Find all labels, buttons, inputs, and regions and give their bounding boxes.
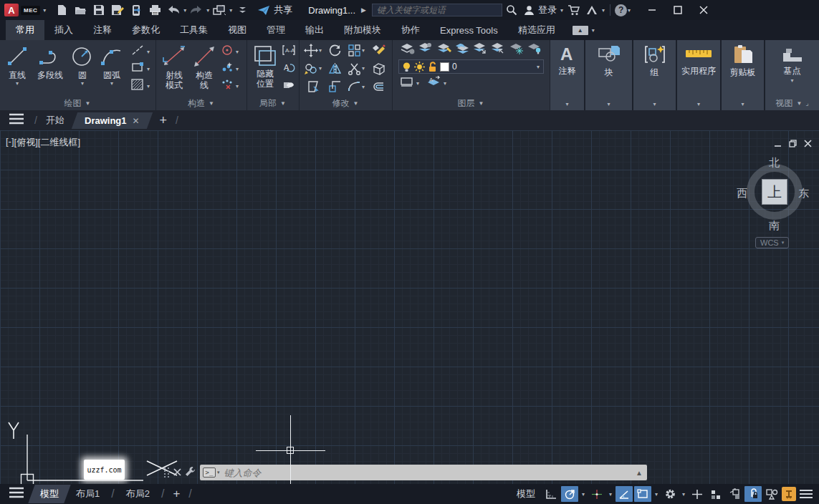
close-button[interactable] <box>693 2 714 18</box>
named-view-button[interactable]: A-A <box>282 44 296 59</box>
viewcube-south[interactable]: 南 <box>769 219 780 233</box>
layer-match-button[interactable] <box>436 42 452 57</box>
panel-title-partial[interactable]: 局部▼ <box>247 96 299 110</box>
app-menu-caret-icon[interactable]: ▾ <box>43 7 46 14</box>
workspace-settings-button[interactable] <box>661 486 679 502</box>
title-expand-icon[interactable]: ▶ <box>361 6 366 14</box>
save-button[interactable] <box>91 3 107 17</box>
doc-close-icon[interactable] <box>804 137 812 150</box>
undo-button[interactable] <box>166 3 181 17</box>
new-layout-button[interactable]: + <box>173 487 180 501</box>
layer-unisolate-button[interactable] <box>490 42 506 57</box>
array-caret-icon[interactable]: ▾ <box>362 47 365 54</box>
model-space-toggle[interactable]: 模型 <box>517 488 535 500</box>
ribbon-tab-collaborate[interactable]: 协作 <box>391 20 430 40</box>
trim-caret-icon[interactable]: ▾ <box>362 65 365 72</box>
object-snap-tracking-toggle[interactable] <box>588 486 605 502</box>
layer-off-button[interactable] <box>527 42 542 57</box>
command-input-bar[interactable]: >_ ▾ ▲ <box>200 465 647 480</box>
panel-title-draw[interactable]: 绘图▼ <box>0 96 155 110</box>
annotate-expand-icon[interactable]: ▾ <box>565 101 568 107</box>
command-input[interactable] <box>224 467 632 478</box>
ribbon-tab-manage[interactable]: 管理 <box>257 20 295 40</box>
ribbon-tab-annotate[interactable]: 注释 <box>83 20 122 40</box>
graphics-performance-button[interactable] <box>782 487 796 501</box>
layer-isolate-button[interactable] <box>472 42 488 57</box>
viewcube-west[interactable]: 西 <box>737 187 747 200</box>
layer-previous-button[interactable] <box>454 42 470 57</box>
construction-line-small-button[interactable] <box>130 44 145 59</box>
trim-button[interactable]: ▾ <box>348 62 365 75</box>
ribbon-tab-express[interactable]: Express Tools <box>430 20 508 40</box>
app-store-cart-icon[interactable] <box>565 3 581 17</box>
open-from-mobile-button[interactable] <box>128 3 144 17</box>
mirror-button[interactable] <box>328 62 342 75</box>
line-button[interactable]: 直线 ▾ <box>3 42 32 96</box>
viewport-visual-style-control[interactable]: [二维线框] <box>38 136 80 149</box>
drawing-canvas[interactable]: [-] [俯视] [二维线框] 北 南 西 东 上 WCS▾ uzzf.com <box>0 130 819 484</box>
circle-caret-icon[interactable]: ▾ <box>81 80 84 87</box>
line-caret-icon[interactable]: ▾ <box>16 80 19 87</box>
rectangle-button[interactable] <box>130 61 145 77</box>
polyline-button[interactable]: 多段线 <box>32 42 69 96</box>
undo-caret-icon[interactable]: ▾ <box>183 7 186 14</box>
wcs-menu[interactable]: WCS▾ <box>755 237 789 248</box>
donut-button[interactable] <box>221 44 234 59</box>
make-current-caret-icon[interactable]: ▾ <box>416 80 419 87</box>
grid-display-toggle[interactable] <box>542 486 560 502</box>
doc-minimize-icon[interactable] <box>774 137 782 150</box>
search-input[interactable] <box>377 5 497 15</box>
customize-qat-button[interactable] <box>234 3 250 17</box>
file-tab-close-icon[interactable]: ✕ <box>132 115 139 125</box>
extrude-face-button[interactable] <box>371 62 385 75</box>
hatch-button[interactable] <box>130 78 145 94</box>
signin-button[interactable]: 登录 <box>524 4 557 16</box>
minimize-button[interactable] <box>641 2 663 18</box>
autodesk-apps-icon[interactable] <box>584 3 600 17</box>
ribbon-collapse-button[interactable]: ▲ <box>573 26 588 35</box>
layer-state-button[interactable] <box>418 42 434 57</box>
search-icon[interactable] <box>504 3 519 17</box>
multiple-points-button[interactable] <box>221 62 234 76</box>
rotate-button[interactable] <box>328 44 342 57</box>
layer-properties-button[interactable] <box>400 42 416 57</box>
help-caret-icon[interactable]: ▾ <box>628 7 631 14</box>
group-expand-icon[interactable]: ▾ <box>653 101 656 107</box>
autoscale-toggle[interactable] <box>726 486 743 502</box>
ribbon-collapse-caret-icon[interactable]: ▾ <box>592 27 595 34</box>
workspace-settings-caret-icon[interactable]: ▾ <box>680 491 687 498</box>
redo-caret-icon[interactable]: ▾ <box>206 7 209 14</box>
doc-restore-icon[interactable] <box>789 137 797 150</box>
stretch-button[interactable] <box>307 80 320 93</box>
command-prompt-caret-icon[interactable]: ▾ <box>217 470 220 475</box>
ribbon-tab-insert[interactable]: 插入 <box>44 20 83 40</box>
file-tab-drawing1[interactable]: Drawing1 ✕ <box>72 112 153 129</box>
clipboard-expand-icon[interactable]: ▾ <box>741 101 744 107</box>
divide-button[interactable] <box>221 79 234 93</box>
open-button[interactable] <box>72 3 88 17</box>
panel-clipboard[interactable]: 剪贴板 ▾ <box>722 40 765 110</box>
workspace-switch-button[interactable] <box>211 3 227 17</box>
copy-button[interactable]: ▾ <box>304 62 322 75</box>
dynamic-input-caret-icon[interactable]: ▾ <box>653 491 660 498</box>
plot-button[interactable] <box>147 3 163 17</box>
workspace-caret-icon[interactable]: ▾ <box>229 7 232 14</box>
viewcube-north[interactable]: 北 <box>769 156 780 170</box>
customization-button[interactable] <box>798 486 815 502</box>
construction-line-button[interactable]: 构造线 <box>189 42 219 96</box>
make-current-button[interactable] <box>400 77 414 90</box>
layer-color-swatch[interactable] <box>440 62 449 72</box>
block-expand-icon[interactable]: ▾ <box>607 101 610 107</box>
copy-caret-icon[interactable]: ▾ <box>319 65 322 72</box>
redo-button[interactable] <box>188 3 204 17</box>
layer-dropdown[interactable]: 0 ▾ <box>398 59 544 74</box>
tab-model[interactable]: 模型 <box>28 485 70 503</box>
panel-group[interactable]: 组 ▾ <box>633 40 677 110</box>
ribbon-tab-addins[interactable]: 附加模块 <box>334 20 391 40</box>
ribbon-tab-toolsets[interactable]: 工具集 <box>170 20 218 40</box>
share-button[interactable]: 共享 <box>257 4 292 16</box>
layout-menu-icon[interactable] <box>9 487 24 501</box>
save-as-button[interactable] <box>110 3 125 17</box>
arc-button[interactable]: 圆弧 ▾ <box>96 42 128 96</box>
new-drawing-button[interactable] <box>54 3 70 17</box>
